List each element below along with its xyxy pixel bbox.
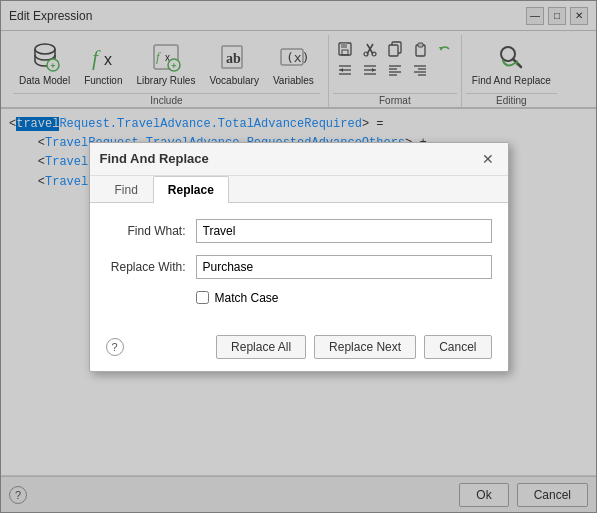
modal-overlay: Find And Replace ✕ Find Replace Find Wha…: [0, 0, 597, 513]
replace-all-button[interactable]: Replace All: [216, 335, 306, 359]
replace-with-row: Replace With:: [106, 255, 492, 279]
replace-next-button[interactable]: Replace Next: [314, 335, 416, 359]
replace-with-input[interactable]: [196, 255, 492, 279]
find-tab[interactable]: Find: [100, 176, 153, 203]
find-what-row: Find What:: [106, 219, 492, 243]
match-case-checkbox[interactable]: [196, 291, 209, 304]
replace-with-label: Replace With:: [106, 260, 196, 274]
dialog-bottom-row: ? Replace All Replace Next Cancel: [90, 327, 508, 371]
find-what-label: Find What:: [106, 224, 196, 238]
find-replace-dialog: Find And Replace ✕ Find Replace Find Wha…: [89, 142, 509, 372]
dialog-tabs: Find Replace: [90, 176, 508, 203]
dialog-title-bar: Find And Replace ✕: [90, 143, 508, 176]
dialog-body: Find What: Replace With: Match Case: [90, 203, 508, 327]
dialog-title: Find And Replace: [100, 151, 209, 166]
dialog-cancel-button[interactable]: Cancel: [424, 335, 491, 359]
replace-tab[interactable]: Replace: [153, 176, 229, 203]
dialog-close-button[interactable]: ✕: [478, 149, 498, 169]
match-case-label: Match Case: [215, 291, 279, 305]
find-what-input[interactable]: [196, 219, 492, 243]
dialog-action-buttons: Replace All Replace Next Cancel: [216, 335, 491, 359]
match-case-row: Match Case: [106, 291, 492, 305]
dialog-help-icon[interactable]: ?: [106, 338, 124, 356]
